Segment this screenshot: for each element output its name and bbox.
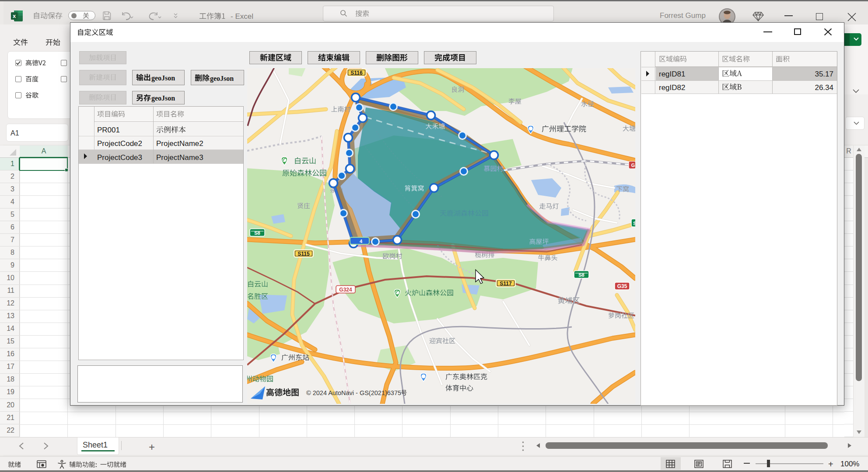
svg-text:4: 4: [360, 239, 363, 244]
svg-text:S8: S8: [254, 230, 260, 236]
svg-text:S117: S117: [500, 281, 512, 287]
svg-text:S8: S8: [578, 272, 584, 278]
svg-text:S: S: [633, 221, 635, 226]
svg-text:S116: S116: [350, 70, 363, 76]
svg-text:© 2024 AutoNavi - GS(2021)6375: © 2024 AutoNavi - GS(2021)6375: [306, 389, 401, 396]
svg-text:G35: G35: [617, 283, 627, 289]
svg-text:x: x: [13, 13, 16, 19]
svg-text:S115: S115: [298, 251, 310, 257]
svg-text:G: G: [631, 163, 635, 168]
svg-text:G324: G324: [339, 287, 352, 293]
